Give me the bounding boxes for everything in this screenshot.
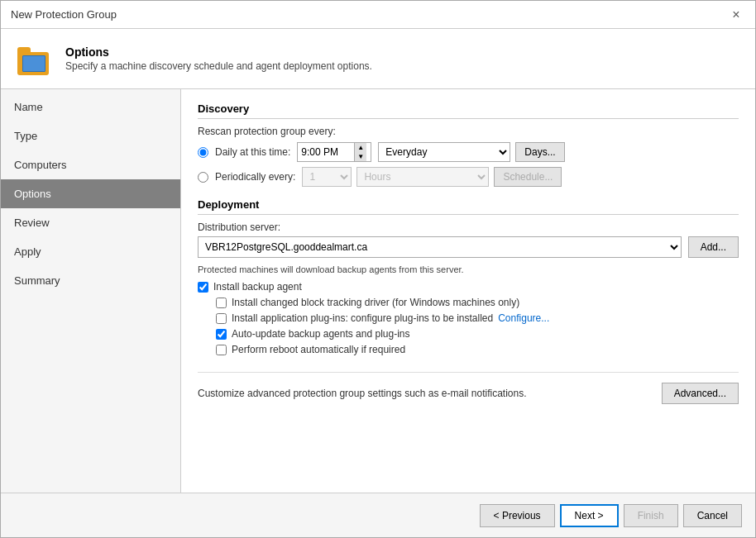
perform-reboot-row: Perform reboot automatically if required <box>216 344 739 355</box>
periodically-radio[interactable] <box>198 172 208 183</box>
header-text: Options Specify a machine discovery sche… <box>65 45 372 72</box>
close-button[interactable]: × <box>727 6 745 24</box>
sidebar-item-review[interactable]: Review <box>1 208 180 237</box>
time-input: ▲ ▼ <box>297 142 371 162</box>
advanced-text: Customize advanced protection group sett… <box>198 388 527 399</box>
main-content: Discovery Rescan protection group every:… <box>181 89 755 493</box>
install-cbt-checkbox[interactable] <box>216 298 227 308</box>
frequency-select[interactable]: Everyday Weekdays Weekends <box>378 142 510 162</box>
auto-update-checkbox[interactable] <box>216 329 227 340</box>
deployment-title: Deployment <box>198 198 739 215</box>
previous-button[interactable]: < Previous <box>480 504 555 527</box>
discovery-section: Discovery Rescan protection group every:… <box>198 102 739 187</box>
perform-reboot-label: Perform reboot automatically if required <box>232 344 405 355</box>
sidebar-item-type[interactable]: Type <box>1 121 180 150</box>
body: Name Type Computers Options Review Apply… <box>1 89 755 493</box>
spin-up-btn[interactable]: ▲ <box>354 143 366 152</box>
install-backup-agent-label: Install backup agent <box>213 281 302 293</box>
period-unit-select[interactable]: Hours Minutes <box>356 167 489 187</box>
server-info-text: Protected machines will download backup … <box>198 264 739 274</box>
header-title: Options <box>65 45 372 59</box>
period-value-select[interactable]: 1 <box>302 167 352 187</box>
dist-server-label: Distribution server: <box>198 221 739 233</box>
install-backup-agent-row: Install backup agent <box>198 281 739 293</box>
install-cbt-label: Install changed block tracking driver (f… <box>232 297 519 308</box>
time-field[interactable] <box>298 143 354 161</box>
deployment-section: Deployment Distribution server: VBR12Pos… <box>198 198 739 404</box>
install-plugins-row: Install application plug-ins: configure … <box>216 312 739 324</box>
sidebar-item-computers[interactable]: Computers <box>1 150 180 179</box>
title-bar: New Protection Group × <box>1 1 755 29</box>
advanced-button[interactable]: Advanced... <box>662 383 739 404</box>
footer: < Previous Next > Finish Cancel <box>1 493 755 537</box>
dist-server-row: VBR12PostgreSQL.gooddealmart.ca Add... <box>198 236 739 258</box>
days-button[interactable]: Days... <box>515 142 564 162</box>
install-plugins-label: Install application plug-ins: configure … <box>232 312 493 324</box>
auto-update-label: Auto-update backup agents and plug-ins <box>232 328 410 340</box>
periodically-label: Periodically every: <box>215 171 295 183</box>
header-section: Options Specify a machine discovery sche… <box>1 29 755 89</box>
finish-button[interactable]: Finish <box>624 504 678 527</box>
spin-buttons: ▲ ▼ <box>354 143 366 161</box>
dialog-window: New Protection Group × Options Specify a… <box>0 0 756 538</box>
periodically-row: Periodically every: 1 Hours Minutes Sche… <box>198 167 739 187</box>
add-server-button[interactable]: Add... <box>688 236 739 258</box>
spin-down-btn[interactable]: ▼ <box>354 152 366 161</box>
folder-tab <box>17 47 31 54</box>
advanced-row: Customize advanced protection group sett… <box>198 372 739 404</box>
folder-screen <box>22 55 45 72</box>
sidebar-item-options[interactable]: Options <box>1 179 180 208</box>
daily-label: Daily at this time: <box>215 146 290 158</box>
configure-link[interactable]: Configure... <box>498 312 549 324</box>
next-button[interactable]: Next > <box>560 504 619 527</box>
sidebar-item-apply[interactable]: Apply <box>1 237 180 266</box>
perform-reboot-checkbox[interactable] <box>216 345 227 355</box>
sidebar-item-summary[interactable]: Summary <box>1 266 180 295</box>
install-cbt-row: Install changed block tracking driver (f… <box>216 297 739 308</box>
header-description: Specify a machine discovery schedule and… <box>65 60 372 72</box>
sidebar: Name Type Computers Options Review Apply… <box>1 89 181 493</box>
install-backup-agent-checkbox[interactable] <box>198 282 208 293</box>
period-dropdown-row: 1 Hours Minutes Schedule... <box>302 167 562 187</box>
dialog-title: New Protection Group <box>11 8 117 21</box>
freq-dropdown-row: Everyday Weekdays Weekends Days... <box>378 142 564 162</box>
cancel-button[interactable]: Cancel <box>683 504 742 527</box>
daily-radio[interactable] <box>198 147 208 158</box>
rescan-label: Rescan protection group every: <box>198 126 739 137</box>
header-icon <box>14 39 54 79</box>
auto-update-row: Auto-update backup agents and plug-ins <box>216 328 739 340</box>
daily-row: Daily at this time: ▲ ▼ Everyday Weekday… <box>198 142 739 162</box>
schedule-button[interactable]: Schedule... <box>494 167 562 187</box>
install-plugins-checkbox[interactable] <box>216 313 227 324</box>
server-select[interactable]: VBR12PostgreSQL.gooddealmart.ca <box>198 236 682 258</box>
sidebar-item-name[interactable]: Name <box>1 93 180 121</box>
discovery-title: Discovery <box>198 102 739 119</box>
